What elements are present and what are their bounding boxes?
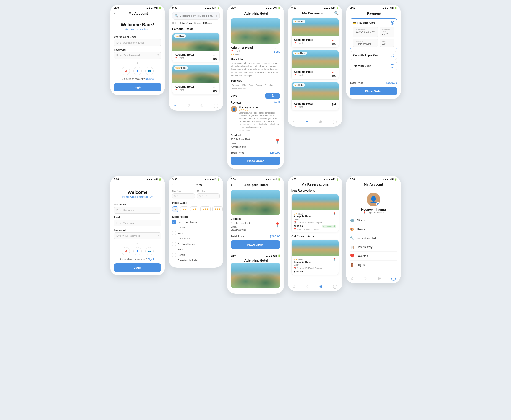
- checkbox-wifi[interactable]: [172, 231, 176, 235]
- nav-heart[interactable]: ♡: [305, 284, 309, 289]
- register-google-btn[interactable]: M: [122, 247, 130, 255]
- password-input[interactable]: Enter Your Password: [114, 52, 161, 59]
- max-price-wrap: Max Price: [197, 190, 220, 199]
- see-all-btn[interactable]: See All: [273, 101, 280, 104]
- map-pin-icon[interactable]: 📍: [275, 138, 280, 144]
- full-name-field[interactable]: Full Name Hosney Mhanna: [353, 38, 378, 47]
- nav-person[interactable]: ◯: [214, 103, 218, 108]
- register-password-input[interactable]: Enter Your Password: [114, 232, 161, 239]
- place-order-mid-btn[interactable]: Place Order: [231, 240, 280, 249]
- filter-icon[interactable]: ⊟: [214, 14, 217, 18]
- search-input[interactable]: [180, 14, 213, 17]
- nav-person[interactable]: ◯: [333, 119, 337, 124]
- register-linkedin-btn[interactable]: in: [145, 247, 153, 255]
- menu-item-orders[interactable]: 📋 Order history: [350, 243, 397, 252]
- facebook-login-btn[interactable]: f: [133, 67, 142, 75]
- star-option-3[interactable]: ★★: [190, 206, 198, 212]
- register-link[interactable]: Register: [145, 78, 154, 80]
- register-eye-icon[interactable]: 👁: [157, 234, 160, 237]
- checkbox-breakfast[interactable]: [172, 259, 176, 262]
- more-info-title: More Info: [231, 58, 280, 61]
- min-price-input[interactable]: [172, 193, 195, 199]
- star-option-2[interactable]: ★★: [180, 206, 188, 212]
- hotel-card-1[interactable]: ★★ Hotel Adelphia Hotel 📍 Eygpt ♡ $: [172, 33, 220, 62]
- nav-bar-2: ‹ Adelphia Hotel: [231, 258, 280, 263]
- hotel-card-2[interactable]: ★★★ Hotel Adelphia Hotel 📍 Eygpt ♡: [172, 65, 220, 94]
- nav-book[interactable]: ⊕: [200, 103, 204, 108]
- star-option-5[interactable]: ★★★: [212, 206, 223, 212]
- google-login-btn[interactable]: M: [122, 67, 130, 75]
- pay-apple-radio[interactable]: [390, 53, 394, 57]
- register-username-input[interactable]: Enter Username: [114, 207, 161, 214]
- pay-cash-radio[interactable]: [390, 64, 394, 68]
- menu-item-support[interactable]: 🔧 Support and help: [350, 234, 397, 243]
- username-input[interactable]: Enter Username or Email: [114, 39, 161, 46]
- login-button[interactable]: Login: [114, 83, 161, 91]
- exp-date-field[interactable]: Expiration Date MM/YY: [380, 27, 394, 37]
- profile-avatar-badge[interactable]: +: [376, 202, 380, 206]
- nav-book[interactable]: ⊕: [319, 119, 322, 124]
- search-action[interactable]: 🔍: [334, 11, 339, 15]
- max-price-input[interactable]: [197, 193, 220, 199]
- checkbox-pool[interactable]: [172, 248, 176, 251]
- nav-person[interactable]: ◯: [333, 284, 337, 289]
- nav-book[interactable]: ⊕: [378, 276, 381, 281]
- nav-book[interactable]: ⊕: [319, 284, 323, 289]
- checkbox-free-cancel[interactable]: ✓: [172, 220, 176, 224]
- days-increment[interactable]: +: [276, 94, 278, 98]
- nav-heart[interactable]: ♡: [186, 103, 190, 108]
- fav-card-3[interactable]: ★★ Hotel Adelphia Hotel 📍 Eygpt: [291, 82, 339, 110]
- star-option-1[interactable]: ★: [172, 206, 178, 212]
- signin-link[interactable]: Sign In: [148, 258, 155, 261]
- checkbox-restaurant[interactable]: [172, 237, 176, 240]
- fav-card-2[interactable]: ★★★ Hotel Adelphia Hotel 📍 Eygpt: [291, 50, 339, 80]
- star-option-4[interactable]: ★★★: [200, 206, 211, 212]
- register-login-btn[interactable]: Login: [114, 263, 161, 272]
- nav-home[interactable]: ⌂: [293, 119, 295, 124]
- place-order-btn[interactable]: Place Order: [231, 157, 280, 165]
- fav-heart-1[interactable]: ♥: [332, 38, 334, 42]
- checkbox-ac[interactable]: [172, 242, 176, 246]
- map-pin-icon-mid[interactable]: 📍: [275, 222, 280, 228]
- menu-item-settings[interactable]: ⚙️ Sittings: [350, 216, 397, 225]
- days-decrement[interactable]: −: [267, 94, 269, 98]
- profile-avatar: 👤 +: [366, 193, 380, 206]
- nav-bar: My Reservations: [288, 181, 343, 188]
- nav-home[interactable]: ⌂: [293, 284, 295, 289]
- review-menu[interactable]: ⋮: [277, 106, 280, 110]
- location-pin-icon: 📍: [231, 50, 233, 52]
- nav-person[interactable]: ◯: [391, 276, 396, 281]
- pay-cash-option[interactable]: Pay with Cash: [350, 61, 397, 70]
- status-icons: ▲▲▲ wifi 🔋: [382, 178, 397, 180]
- menu-item-favorites[interactable]: ❤️ Favorites: [350, 252, 397, 261]
- register-facebook-btn[interactable]: f: [133, 247, 142, 255]
- new-reservation-1[interactable]: ★★ Hotel Adelphia Hotel 📍 Eygpt 📅 1 room…: [291, 194, 339, 232]
- register-email-input[interactable]: Enter Your Email: [114, 220, 161, 226]
- password-eye-icon[interactable]: 👁: [157, 54, 160, 57]
- pay-card-option[interactable]: 💳 Pay with Card Card number 5246 5236 48…: [350, 18, 397, 49]
- fav-heart-2[interactable]: ♥: [332, 70, 334, 74]
- hotel-heart-1[interactable]: ♡: [213, 53, 216, 57]
- checkbox-beach[interactable]: [172, 253, 176, 257]
- nav-heart[interactable]: ♡: [364, 276, 367, 281]
- menu-item-theme[interactable]: 🎨 Theme: [350, 225, 397, 234]
- payment-total-row: Total Price $200.00: [350, 81, 397, 85]
- fav-card-1[interactable]: ★★ Hotel Adelphia Hotel 📍 Eygpt: [291, 18, 339, 48]
- nav-heart[interactable]: ♥: [306, 119, 308, 124]
- card-number-field[interactable]: Card number 5246 5236 4852 ****: [353, 27, 378, 37]
- search-bar[interactable]: 🔍 ⊟: [172, 12, 220, 20]
- detail-heart[interactable]: ♡: [274, 46, 277, 50]
- nav-home[interactable]: ⌂: [351, 276, 354, 281]
- res-detail-old-1: 📅 1 room - Full Week Program: [294, 267, 336, 269]
- pay-card-radio[interactable]: [390, 21, 394, 25]
- nav-home[interactable]: ⌂: [174, 103, 176, 108]
- pay-apple-option[interactable]: Pay with Apple Pay: [350, 51, 397, 60]
- old-reservation-1[interactable]: ★★ Hotel Adelphia Hotel 📍 Eygpt 📅 1 room…: [291, 240, 339, 275]
- hotel-heart-2[interactable]: ♡: [213, 85, 216, 89]
- checkbox-parking[interactable]: [172, 226, 176, 229]
- contact-row: Contact 26 July Street East Eygpt +20015…: [231, 134, 280, 149]
- menu-item-logout[interactable]: 🚪 Log out: [350, 261, 397, 269]
- payment-place-order-btn[interactable]: Place Order: [350, 87, 397, 95]
- linkedin-login-btn[interactable]: in: [145, 67, 153, 75]
- cvc-field[interactable]: CVC 000: [380, 38, 394, 47]
